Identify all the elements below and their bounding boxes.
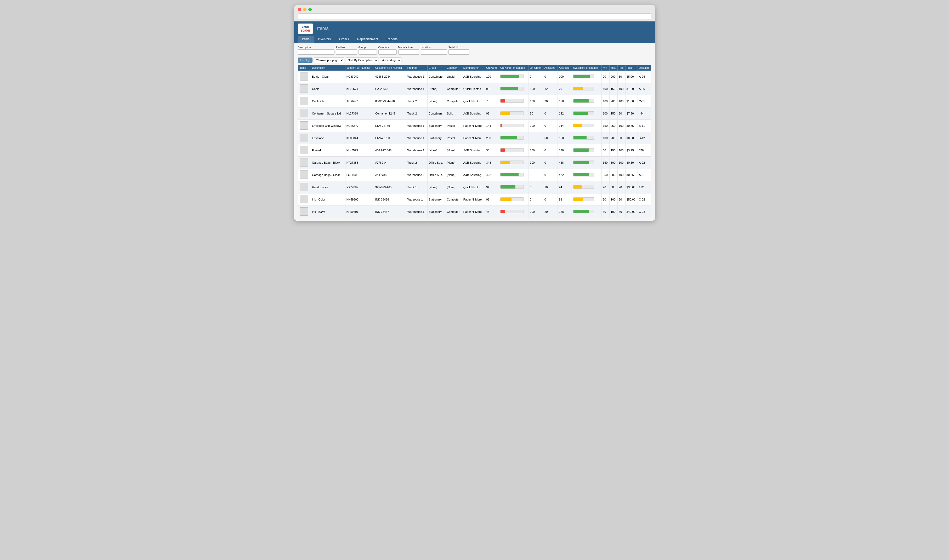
filter-manufacturer-input[interactable] [398, 49, 419, 55]
nav-tab-orders[interactable]: Orders [335, 36, 353, 43]
nav-tab-inventory[interactable]: Inventory [314, 36, 335, 43]
cell-program: Warehouse 1 [406, 71, 427, 83]
order-select[interactable]: Ascending [380, 57, 401, 63]
on-hand-bar [500, 148, 524, 152]
cell-rop: 50 [617, 71, 625, 83]
cell-min: 100 [602, 107, 609, 120]
cell-max: 200 [609, 95, 618, 107]
filter-category-input[interactable] [378, 49, 397, 55]
cell-available: 100 [558, 71, 572, 83]
cell-allocated: 0 [543, 71, 558, 83]
cell-location: B-11 [638, 120, 651, 132]
cell-price: $50.00 [625, 193, 638, 206]
cell-category: [None] [446, 181, 462, 193]
app-header: clear spider Items Items Inventory Order… [294, 22, 655, 43]
cell-on-order: 100 [529, 95, 543, 107]
cell-on-order: 50 [529, 107, 543, 120]
cell-on-hand-pct [499, 169, 529, 181]
col-header-manufacturer: Manufacturer [462, 65, 485, 71]
cell-category: Computer [446, 193, 462, 206]
cell-max: 50 [609, 181, 618, 193]
minimize-button[interactable] [303, 8, 306, 11]
cell-on-hand: 92 [485, 107, 499, 120]
cell-vendor-part: LO11000 [345, 169, 374, 181]
cell-max: 100 [609, 193, 618, 206]
filter-group-group: Group [358, 46, 377, 55]
on-hand-bar [500, 136, 524, 140]
cell-on-hand: 38 [485, 144, 499, 156]
cell-on-order: 100 [529, 83, 543, 95]
col-header-vendor-part: Vendor Part Number [345, 65, 374, 71]
cell-vendor-part: KG26377 [345, 120, 374, 132]
cell-customer-part: INK-38456 [374, 193, 406, 206]
cell-price: $40.00 [625, 206, 638, 218]
avail-bar-fill [574, 136, 587, 139]
on-hand-bar [500, 185, 524, 189]
cell-allocated: 20 [543, 206, 558, 218]
inventory-table: Image Description Vendor Part Number Cus… [298, 65, 651, 218]
cell-rop: 20 [617, 181, 625, 193]
filter-group-input[interactable] [358, 49, 377, 55]
cell-price: $0.50 [625, 132, 638, 144]
cell-rop: 50 [617, 193, 625, 206]
rows-per-page-select[interactable]: 20 rows per page [314, 57, 344, 63]
close-button[interactable] [298, 8, 301, 11]
cell-location: A-21 [638, 169, 651, 181]
cell-min: 350 [602, 169, 609, 181]
cell-image [298, 144, 311, 156]
filter-serial-input[interactable] [449, 49, 469, 55]
nav-tab-replenishment[interactable]: Replenishment [353, 36, 382, 43]
cell-min: 100 [602, 132, 609, 144]
app-container: clear spider Items Items Inventory Order… [294, 22, 655, 221]
cell-min: 20 [602, 181, 609, 193]
avail-bar-fill [574, 198, 583, 201]
cell-avail-pct [572, 120, 602, 132]
cell-on-hand-pct [499, 107, 529, 120]
col-header-description: Description [311, 65, 345, 71]
address-bar[interactable] [298, 13, 651, 19]
logo-spider: spider [300, 29, 310, 32]
cell-allocated: 20 [543, 95, 558, 107]
avail-bar [573, 210, 594, 213]
cell-manufacturer: A&B Sourcing [462, 156, 485, 169]
cell-description: Headphones [311, 181, 345, 193]
cell-program: Truck 1 [406, 181, 427, 193]
cell-group: Office Sup. [428, 156, 446, 169]
cell-manufacturer: A&B Sourcing [462, 107, 485, 120]
col-header-rop: Rop [617, 65, 625, 71]
on-hand-bar [500, 99, 524, 103]
cell-manufacturer: Paper N' More [462, 206, 485, 218]
item-image-placeholder [300, 109, 308, 117]
on-hand-bar [500, 111, 524, 115]
cell-description: Container - Square Lid [311, 107, 345, 120]
cell-available: 158 [558, 95, 572, 107]
cell-on-order: 100 [529, 120, 543, 132]
filter-partno-input[interactable] [336, 49, 357, 55]
nav-tab-reports[interactable]: Reports [382, 36, 401, 43]
filter-location-input[interactable] [421, 49, 447, 55]
cell-on-hand-pct [499, 144, 529, 156]
cell-max: 100 [609, 206, 618, 218]
cell-customer-part: JK47785 [374, 169, 406, 181]
cell-rop: 100 [617, 95, 625, 107]
cell-on-hand: 78 [485, 95, 499, 107]
nav-tab-items[interactable]: Items [298, 36, 314, 43]
cell-customer-part: ENV-22769 [374, 120, 406, 132]
table-row: Envelope KF83844 ENV-22750 Warehouse 1 S… [298, 132, 651, 144]
filter-group-label: Group [358, 46, 377, 49]
table-row: Container - Square Lid KL27388 Container… [298, 107, 651, 120]
cell-customer-part: ENV-22750 [374, 132, 406, 144]
col-header-on-order: On Order [529, 65, 543, 71]
cell-vendor-part: KL27388 [345, 107, 374, 120]
filter-description-input[interactable] [298, 49, 334, 55]
cell-group: [None] [428, 181, 446, 193]
cell-on-order: 0 [529, 181, 543, 193]
maximize-button[interactable] [308, 8, 312, 11]
filter-description-group: Description [298, 46, 334, 55]
cell-price: $7.50 [625, 107, 638, 120]
on-hand-bar-fill [500, 112, 510, 115]
cell-image [298, 120, 311, 132]
display-button[interactable]: Display [298, 57, 312, 63]
cell-price: $3.25 [625, 144, 638, 156]
sort-by-select[interactable]: Sort By Description [346, 57, 378, 63]
